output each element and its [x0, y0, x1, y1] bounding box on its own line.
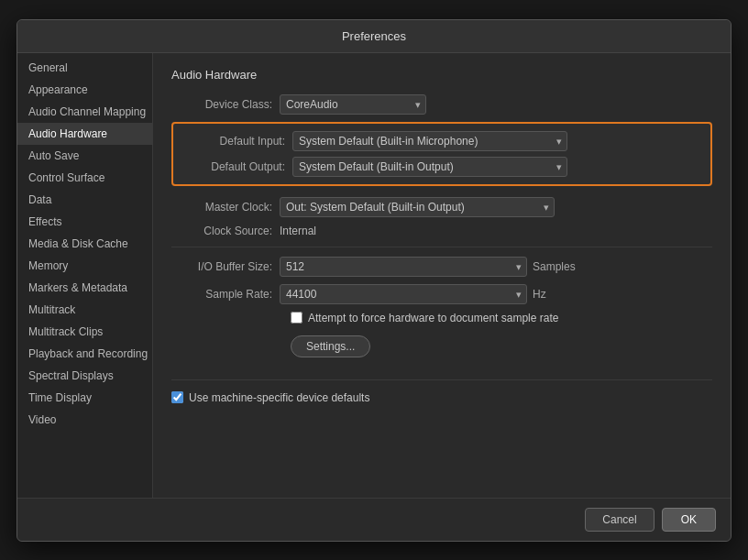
sidebar-item-effects[interactable]: Effects: [17, 211, 152, 233]
default-output-row: Default Output: System Default (Built-in…: [184, 157, 699, 177]
sidebar-item-control-surface[interactable]: Control Surface: [17, 167, 152, 189]
sidebar-item-general[interactable]: General: [17, 57, 152, 79]
default-input-row: Default Input: System Default (Built-in …: [184, 131, 699, 151]
device-class-select[interactable]: CoreAudioASIONone: [280, 94, 426, 115]
clock-source-row: Clock Source: Internal: [171, 225, 712, 237]
sidebar-item-spectral-displays[interactable]: Spectral Displays: [17, 365, 152, 387]
force-sample-rate-row: Attempt to force hardware to document sa…: [291, 312, 712, 324]
sample-rate-label: Sample Rate:: [171, 288, 272, 301]
sidebar-item-time-display[interactable]: Time Display: [17, 387, 152, 409]
master-clock-select-wrapper: Out: System Default (Built-in Output)Int…: [280, 197, 555, 217]
sidebar-item-audio-channel-mapping[interactable]: Audio Channel Mapping: [17, 101, 152, 123]
master-clock-select[interactable]: Out: System Default (Built-in Output)Int…: [280, 197, 555, 217]
sidebar-item-multitrack-clips[interactable]: Multitrack Clips: [17, 321, 152, 343]
default-output-select-wrapper: System Default (Built-in Output)Built-in…: [292, 157, 567, 177]
sidebar-item-markers-metadata[interactable]: Markers & Metadata: [17, 277, 152, 299]
sidebar-item-video[interactable]: Video: [17, 409, 152, 431]
dialog-title: Preferences: [17, 20, 731, 53]
settings-button[interactable]: Settings...: [291, 335, 370, 357]
force-sample-rate-checkbox[interactable]: [291, 312, 302, 324]
preferences-dialog: Preferences GeneralAppearanceAudio Chann…: [16, 19, 732, 542]
machine-defaults-checkbox[interactable]: [171, 391, 183, 403]
sample-rate-select[interactable]: 220503200044100480008820096000192000: [280, 284, 527, 304]
device-class-select-wrapper: CoreAudioASIONone: [280, 94, 426, 115]
separator-1: [171, 247, 712, 247]
sidebar-item-auto-save[interactable]: Auto Save: [17, 145, 152, 167]
default-input-label: Default Input:: [184, 135, 285, 148]
master-clock-label: Master Clock:: [171, 201, 272, 214]
sidebar-item-multitrack[interactable]: Multitrack: [17, 299, 152, 321]
cancel-button[interactable]: Cancel: [585, 508, 654, 532]
sidebar-item-memory[interactable]: Memory: [17, 255, 152, 277]
master-clock-row: Master Clock: Out: System Default (Built…: [171, 197, 712, 217]
clock-source-label: Clock Source:: [171, 225, 272, 237]
machine-defaults-label: Use machine-specific device defaults: [189, 391, 369, 404]
machine-defaults-row: Use machine-specific device defaults: [171, 379, 712, 404]
clock-source-value: Internal: [280, 225, 316, 237]
sample-rate-row: Sample Rate: 220503200044100480008820096…: [171, 284, 712, 304]
io-buffer-select[interactable]: 12825651210242048: [280, 257, 527, 277]
sidebar-item-appearance[interactable]: Appearance: [17, 79, 152, 101]
default-output-select[interactable]: System Default (Built-in Output)Built-in…: [292, 157, 567, 177]
default-input-select[interactable]: System Default (Built-in Microphone)Buil…: [292, 131, 567, 151]
sample-rate-select-wrapper: 220503200044100480008820096000192000: [280, 284, 527, 304]
default-input-select-wrapper: System Default (Built-in Microphone)Buil…: [292, 131, 567, 151]
io-buffer-row: I/O Buffer Size: 12825651210242048 Sampl…: [171, 257, 712, 277]
sidebar-item-audio-hardware[interactable]: Audio Hardware: [17, 123, 152, 145]
sidebar-item-media-disk-cache[interactable]: Media & Disk Cache: [17, 233, 152, 255]
io-buffer-unit: Samples: [533, 260, 576, 273]
io-buffer-label: I/O Buffer Size:: [171, 260, 272, 273]
default-io-box: Default Input: System Default (Built-in …: [171, 122, 712, 186]
section-title: Audio Hardware: [171, 68, 712, 82]
io-buffer-select-wrapper: 12825651210242048: [280, 257, 527, 277]
device-class-label: Device Class:: [171, 98, 272, 111]
ok-button[interactable]: OK: [662, 508, 716, 532]
sidebar-item-playback-recording[interactable]: Playback and Recording: [17, 343, 152, 365]
dialog-body: GeneralAppearanceAudio Channel MappingAu…: [17, 53, 731, 498]
settings-button-row: Settings...: [171, 332, 712, 357]
force-sample-rate-label: Attempt to force hardware to document sa…: [308, 312, 558, 324]
sidebar-item-data[interactable]: Data: [17, 189, 152, 211]
dialog-footer: Cancel OK: [17, 498, 731, 541]
device-class-row: Device Class: CoreAudioASIONone: [171, 94, 712, 115]
sidebar: GeneralAppearanceAudio Channel MappingAu…: [17, 53, 153, 498]
default-output-label: Default Output:: [184, 160, 285, 173]
main-content: Audio Hardware Device Class: CoreAudioAS…: [153, 53, 731, 498]
sample-rate-unit: Hz: [533, 288, 546, 301]
